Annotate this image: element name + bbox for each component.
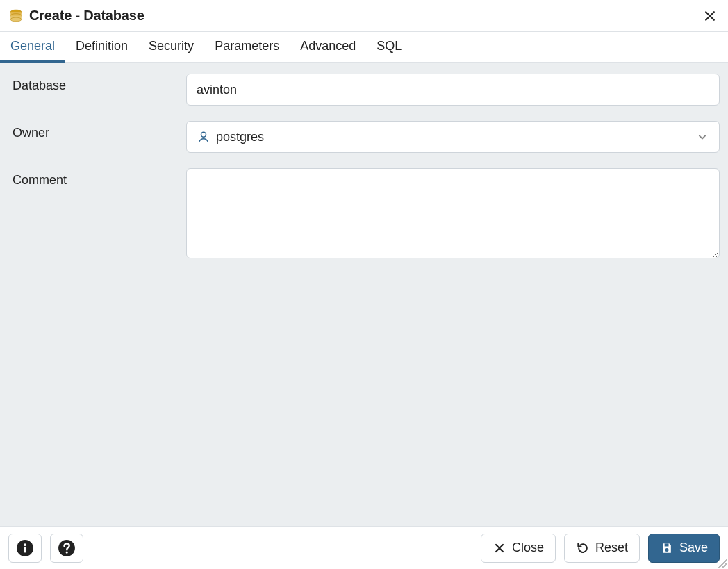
dialog-header: Create - Database: [0, 0, 728, 32]
label-database: Database: [13, 74, 186, 93]
svg-rect-9: [665, 543, 669, 546]
svg-point-10: [665, 548, 668, 552]
label-owner: Owner: [13, 121, 186, 140]
dialog-title: Create - Database: [29, 8, 702, 24]
row-database: Database: [13, 74, 720, 106]
tab-advanced[interactable]: Advanced: [290, 32, 366, 63]
help-button[interactable]: [50, 534, 83, 563]
save-button-label: Save: [679, 541, 708, 555]
row-comment: Comment: [13, 168, 720, 261]
reset-button[interactable]: Reset: [564, 534, 640, 563]
row-owner: Owner postgres: [13, 121, 720, 153]
reset-button-label: Reset: [595, 541, 628, 555]
reset-icon: [576, 541, 590, 555]
database-input[interactable]: [186, 74, 720, 106]
owner-select[interactable]: postgres: [186, 121, 720, 153]
svg-point-3: [201, 132, 206, 137]
tab-general[interactable]: General: [0, 32, 65, 63]
dialog-footer: Close Reset Save: [0, 526, 728, 569]
svg-rect-6: [24, 546, 26, 552]
dialog-close-button[interactable]: [702, 8, 718, 24]
close-button[interactable]: Close: [481, 534, 556, 563]
dialog-body: Database Owner postgres: [0, 63, 728, 526]
info-button[interactable]: [8, 534, 42, 563]
owner-select-value: postgres: [197, 130, 264, 145]
tab-sql[interactable]: SQL: [366, 32, 412, 63]
create-database-dialog: Create - Database General Definition Sec…: [0, 0, 728, 569]
label-comment: Comment: [13, 168, 186, 188]
user-icon: [197, 130, 210, 144]
close-icon: [703, 9, 717, 23]
tab-definition[interactable]: Definition: [65, 32, 138, 63]
save-icon: [660, 541, 674, 555]
info-icon: [16, 539, 34, 557]
close-button-label: Close: [512, 541, 544, 555]
owner-value-text: postgres: [216, 130, 264, 145]
comment-textarea[interactable]: [186, 168, 720, 258]
svg-point-5: [24, 543, 26, 546]
help-icon: [58, 539, 76, 557]
chevron-down-icon: [695, 130, 709, 144]
save-button[interactable]: Save: [648, 534, 720, 563]
database-icon: [8, 8, 24, 24]
owner-select-toggle[interactable]: [690, 126, 713, 147]
tab-security[interactable]: Security: [138, 32, 204, 63]
tab-parameters[interactable]: Parameters: [204, 32, 290, 63]
svg-point-8: [66, 551, 68, 553]
close-icon: [493, 541, 506, 555]
dialog-tabs: General Definition Security Parameters A…: [0, 32, 728, 63]
